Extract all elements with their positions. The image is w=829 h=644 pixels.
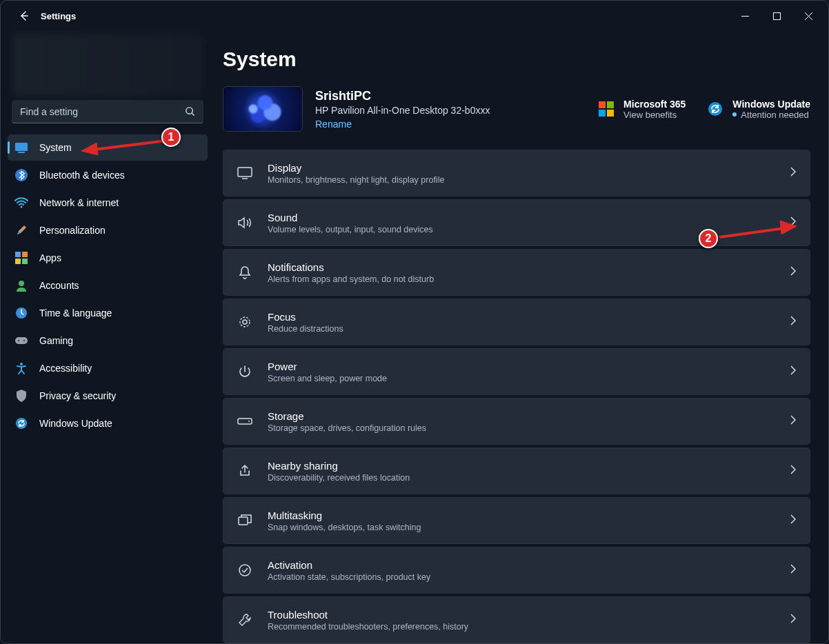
- maximize-icon: [773, 12, 781, 20]
- annotation-arrow-2: [715, 219, 798, 244]
- svg-rect-7: [22, 252, 28, 257]
- display-icon: [237, 165, 252, 181]
- svg-rect-8: [15, 259, 21, 264]
- setting-title: Power: [268, 361, 387, 372]
- svg-point-5: [21, 206, 23, 208]
- device-wallpaper-thumb[interactable]: [223, 86, 303, 132]
- setting-storage[interactable]: StorageStorage space, drives, configurat…: [223, 398, 810, 445]
- sidebar-item-bluetooth[interactable]: Bluetooth & devices: [8, 162, 208, 188]
- wrench-icon: [237, 612, 252, 627]
- setting-sub: Reduce distractions: [268, 324, 343, 334]
- svg-rect-0: [773, 12, 780, 19]
- svg-line-29: [94, 141, 166, 150]
- device-header: SrishtiPC HP Pavilion All-in-One Desktop…: [223, 86, 810, 132]
- sidebar-item-network[interactable]: Network & internet: [8, 190, 208, 216]
- sidebar-item-label: Bluetooth & devices: [39, 170, 125, 181]
- sidebar-item-time[interactable]: Time & language: [8, 300, 208, 326]
- annotation-marker-1: 1: [161, 128, 181, 147]
- setting-multitasking[interactable]: MultitaskingSnap windows, desktops, task…: [223, 497, 810, 544]
- chevron-right-icon: [790, 167, 796, 179]
- svg-point-13: [18, 340, 19, 341]
- promo-update[interactable]: Windows Update Attention needed: [708, 99, 810, 120]
- sidebar-item-label: Personalization: [39, 225, 106, 236]
- search-input[interactable]: [20, 106, 185, 117]
- sidebar-item-accessibility[interactable]: Accessibility: [8, 355, 208, 381]
- chevron-right-icon: [790, 316, 796, 328]
- paintbrush-icon: [14, 223, 28, 237]
- svg-point-26: [248, 421, 250, 422]
- setting-sub: Activation state, subscriptions, product…: [268, 572, 430, 582]
- sidebar-item-label: Network & internet: [39, 197, 119, 208]
- promo-m365[interactable]: Microsoft 365 View benefits: [599, 99, 686, 120]
- sidebar: System Bluetooth & devices Network & int…: [1, 31, 214, 643]
- window-controls: [729, 5, 824, 27]
- user-account-block[interactable]: [12, 34, 203, 96]
- setting-nearby[interactable]: Nearby sharingDiscoverability, received …: [223, 447, 810, 494]
- share-icon: [237, 463, 252, 479]
- maximize-button[interactable]: [761, 5, 792, 27]
- setting-sub: Monitors, brightness, night light, displ…: [268, 175, 444, 185]
- sidebar-item-personalization[interactable]: Personalization: [8, 217, 208, 243]
- minimize-button[interactable]: [729, 5, 761, 27]
- svg-rect-22: [238, 168, 252, 177]
- chevron-right-icon: [790, 564, 796, 576]
- setting-sub: Snap windows, desktops, task switching: [268, 523, 421, 532]
- annotation-marker-2: 2: [699, 229, 718, 248]
- promo-title: Windows Update: [732, 99, 810, 110]
- svg-point-21: [708, 102, 722, 116]
- sidebar-item-apps[interactable]: Apps: [8, 245, 208, 271]
- setting-title: Multitasking: [268, 510, 421, 521]
- svg-point-24: [243, 320, 247, 324]
- update-icon: [14, 416, 28, 430]
- sound-icon: [237, 215, 252, 230]
- setting-troubleshoot[interactable]: TroubleshootRecommended troubleshooters,…: [223, 596, 810, 643]
- microsoft-icon: [599, 101, 614, 117]
- sidebar-item-privacy[interactable]: Privacy & security: [8, 383, 208, 409]
- svg-rect-6: [15, 252, 21, 257]
- setting-sub: Storage space, drives, configuration rul…: [268, 423, 426, 433]
- promo-sub: View benefits: [623, 110, 686, 120]
- setting-sub: Discoverability, received files location: [268, 473, 410, 483]
- setting-sub: Screen and sleep, power mode: [268, 374, 387, 383]
- arrow-left-icon: [19, 10, 30, 21]
- minimize-icon: [741, 12, 749, 20]
- svg-point-10: [19, 281, 24, 286]
- setting-focus[interactable]: FocusReduce distractions: [223, 299, 810, 345]
- search-box[interactable]: [12, 100, 203, 123]
- setting-display[interactable]: DisplayMonitors, brightness, night light…: [223, 150, 810, 197]
- svg-rect-27: [239, 517, 248, 525]
- apps-icon: [14, 251, 28, 265]
- device-name: SrishtiPC: [315, 89, 490, 103]
- sidebar-item-gaming[interactable]: Gaming: [8, 328, 208, 354]
- setting-title: Nearby sharing: [268, 460, 410, 472]
- chevron-right-icon: [790, 365, 796, 378]
- sidebar-item-update[interactable]: Windows Update: [8, 410, 208, 436]
- svg-marker-32: [780, 221, 797, 234]
- sidebar-item-accounts[interactable]: Accounts: [8, 272, 208, 299]
- svg-point-14: [23, 340, 25, 341]
- close-icon: [805, 12, 812, 20]
- svg-point-16: [16, 418, 27, 429]
- setting-title: Notifications: [268, 261, 434, 273]
- sidebar-item-label: Gaming: [39, 335, 73, 346]
- wifi-icon: [14, 196, 28, 210]
- sidebar-item-label: Windows Update: [39, 418, 112, 429]
- setting-title: Troubleshoot: [268, 609, 468, 621]
- rename-link[interactable]: Rename: [315, 119, 352, 130]
- multitasking-icon: [237, 513, 252, 528]
- close-button[interactable]: [792, 5, 824, 27]
- chevron-right-icon: [790, 514, 796, 527]
- setting-activation[interactable]: ActivationActivation state, subscription…: [223, 547, 810, 594]
- window-title: Settings: [41, 11, 76, 21]
- svg-point-28: [239, 565, 250, 576]
- svg-point-1: [186, 108, 192, 114]
- setting-power[interactable]: PowerScreen and sleep, power mode: [223, 348, 810, 395]
- back-button[interactable]: [13, 5, 35, 27]
- sidebar-item-label: Accounts: [39, 280, 79, 291]
- setting-notifications[interactable]: NotificationsAlerts from apps and system…: [223, 249, 810, 296]
- annotation-arrow-1: [80, 136, 170, 157]
- sidebar-item-label: Accessibility: [39, 363, 92, 374]
- setting-sub: Recommended troubleshooters, preferences…: [268, 622, 468, 632]
- svg-rect-9: [22, 259, 28, 264]
- chevron-right-icon: [790, 266, 796, 279]
